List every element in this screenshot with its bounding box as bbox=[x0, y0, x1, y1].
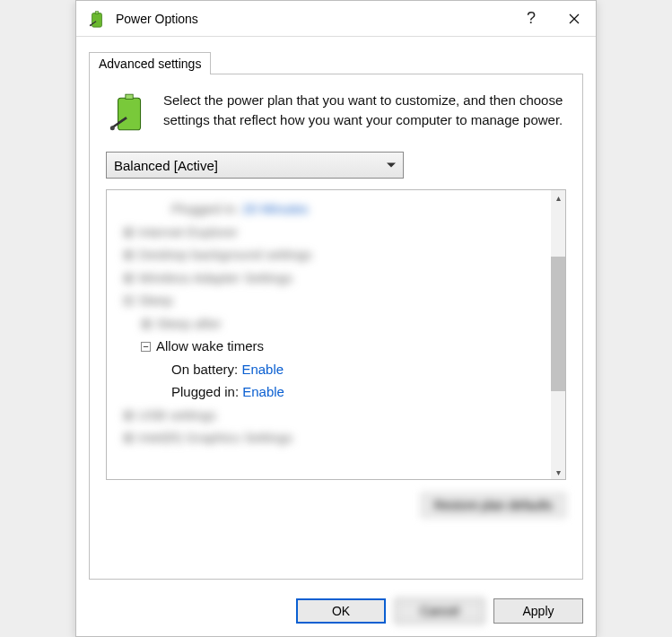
dialog-title: Power Options bbox=[116, 12, 510, 26]
tree-item-blurred: ⊞ Sleep after bbox=[107, 312, 551, 336]
tree-item-blurred: ⊟ Sleep bbox=[107, 289, 551, 312]
tree-item-plugged-in[interactable]: Plugged in: Enable bbox=[107, 380, 551, 404]
svg-point-5 bbox=[110, 126, 115, 130]
tab-advanced-settings[interactable]: Advanced settings bbox=[89, 52, 211, 74]
setting-value-link[interactable]: Enable bbox=[242, 384, 284, 399]
setting-value-link[interactable]: Enable bbox=[241, 362, 284, 377]
tree-item-blurred: ⊞ Desktop background settings bbox=[107, 243, 551, 266]
tree-item-allow-wake-timers[interactable]: −Allow wake timers bbox=[107, 335, 551, 358]
scroll-up-icon[interactable]: ▴ bbox=[551, 190, 565, 205]
tree-item-label: Allow wake timers bbox=[156, 338, 264, 353]
svg-rect-0 bbox=[95, 11, 99, 13]
collapse-icon[interactable]: − bbox=[141, 342, 151, 352]
power-plan-selected: Balanced [Active] bbox=[114, 158, 218, 173]
apply-button[interactable]: Apply bbox=[493, 598, 583, 624]
svg-rect-4 bbox=[126, 94, 133, 99]
tree-item-on-battery[interactable]: On battery: Enable bbox=[107, 358, 551, 381]
scrollbar[interactable]: ▴ ▾ bbox=[551, 190, 565, 479]
setting-label: Plugged in: bbox=[171, 384, 239, 399]
battery-icon bbox=[87, 9, 107, 29]
scroll-down-icon[interactable]: ▾ bbox=[551, 465, 565, 479]
restore-defaults-button[interactable]: Restore plan defaults bbox=[421, 493, 566, 518]
chevron-down-icon bbox=[387, 163, 396, 168]
help-button[interactable]: ? bbox=[510, 1, 553, 37]
tab-body: Select the power plan that you want to c… bbox=[89, 74, 583, 580]
content-area: Advanced settings Select the power plan … bbox=[76, 37, 596, 586]
tree-item-blurred: ⊞ Wireless Adapter Settings bbox=[107, 266, 551, 290]
settings-tree[interactable]: Plugged in: 20 Minutes ⊞ Internet Explor… bbox=[106, 189, 566, 480]
tree-item-blurred: ⊞ USB settings bbox=[107, 404, 551, 427]
cancel-button[interactable]: Cancel bbox=[395, 598, 484, 624]
titlebar: Power Options ? bbox=[76, 1, 596, 37]
setting-label: On battery: bbox=[171, 362, 238, 377]
tree-item-blurred: ⊞ Intel(R) Graphics Settings bbox=[107, 426, 551, 449]
power-plan-icon bbox=[106, 91, 151, 135]
tree-item-blurred: ⊞ Internet Explorer bbox=[107, 221, 551, 244]
tree-item-blurred: Plugged in: 20 Minutes bbox=[107, 197, 551, 221]
close-button[interactable] bbox=[553, 1, 596, 37]
scroll-thumb[interactable] bbox=[551, 257, 565, 391]
intro-text: Select the power plan that you want to c… bbox=[163, 91, 566, 130]
power-options-dialog: Power Options ? Advanced settings bbox=[75, 0, 597, 637]
power-plan-dropdown[interactable]: Balanced [Active] bbox=[106, 152, 404, 179]
ok-button[interactable]: OK bbox=[296, 598, 386, 624]
svg-point-1 bbox=[90, 24, 92, 26]
close-icon bbox=[569, 13, 580, 24]
dialog-buttons: OK Cancel Apply bbox=[76, 586, 596, 636]
